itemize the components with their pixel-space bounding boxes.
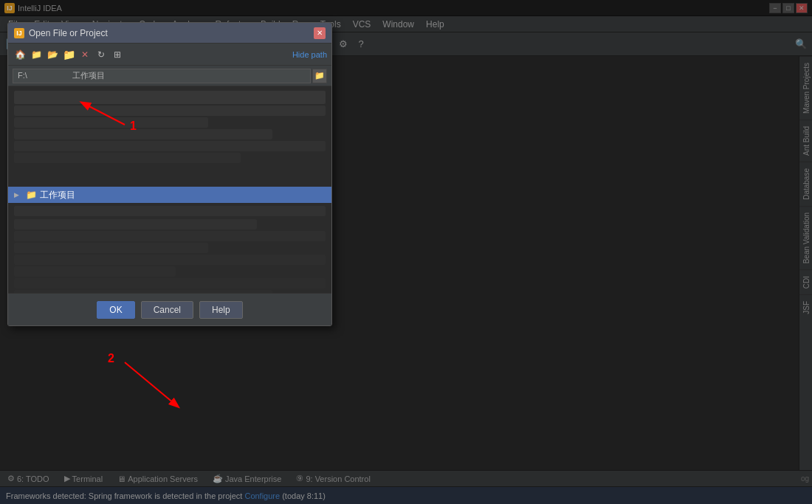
blurred-row-10 <box>14 243 208 253</box>
blurred-row-14 <box>14 290 272 293</box>
path-input[interactable] <box>13 69 311 83</box>
dialog-title-bar: IJ Open File or Project ✕ <box>8 23 331 44</box>
blurred-row-8 <box>14 219 257 229</box>
dialog-app-icon: IJ <box>14 28 24 38</box>
blurred-row-4 <box>14 129 272 139</box>
tree-item-label: 工作项目 <box>40 189 75 201</box>
blurred-row-3 <box>14 117 208 128</box>
blurred-row-5 <box>14 141 326 151</box>
tree-spacer <box>8 165 331 187</box>
dialog-new-folder-icon[interactable]: 📂 <box>45 47 60 62</box>
dialog-footer: OK Cancel Help <box>8 293 331 325</box>
dialog-tool-icons: 🏠 📁 📂 📁 ✕ ↻ ⊞ <box>13 47 125 62</box>
blurred-row-13 <box>14 278 326 289</box>
tree-toggle-icon[interactable]: ▶ <box>14 191 23 199</box>
blurred-row-1 <box>14 91 326 104</box>
dialog-path-row: 📁 <box>8 66 331 86</box>
blurred-row-12 <box>14 266 176 277</box>
cancel-button[interactable]: Cancel <box>141 301 193 319</box>
blurred-row-9 <box>14 231 326 241</box>
dialog-close-button[interactable]: ✕ <box>314 27 326 39</box>
file-tree[interactable]: ▶ 📁 工作项目 <box>8 86 331 293</box>
dialog-expand-icon[interactable]: ⊞ <box>110 47 125 62</box>
dialog-home-icon[interactable]: 🏠 <box>13 47 27 62</box>
blurred-row-2 <box>14 106 326 116</box>
hide-path-link[interactable]: Hide path <box>292 50 327 59</box>
ok-button[interactable]: OK <box>97 301 134 319</box>
blurred-row-11 <box>14 255 326 265</box>
dialog-title: IJ Open File or Project <box>14 28 108 38</box>
dialog-toolbar: 🏠 📁 📂 📁 ✕ ↻ ⊞ Hide path <box>8 44 331 66</box>
dialog-title-text: Open File or Project <box>29 28 108 38</box>
help-button[interactable]: Help <box>199 301 243 319</box>
open-file-dialog: IJ Open File or Project ✕ 🏠 📁 📂 📁 ✕ ↻ ⊞ … <box>7 22 332 326</box>
blurred-row-6 <box>14 153 241 163</box>
dialog-delete-icon[interactable]: ✕ <box>78 47 92 62</box>
dialog-yellow-folder-icon[interactable]: 📁 <box>61 47 76 62</box>
tree-folder-icon: 📁 <box>26 190 37 200</box>
blurred-row-7 <box>14 206 326 216</box>
tree-row-work-project[interactable]: ▶ 📁 工作项目 <box>8 187 331 203</box>
dialog-folder-icon[interactable]: 📁 <box>29 47 44 62</box>
path-folder-button[interactable]: 📁 <box>312 69 327 83</box>
dialog-refresh-icon[interactable]: ↻ <box>94 47 109 62</box>
